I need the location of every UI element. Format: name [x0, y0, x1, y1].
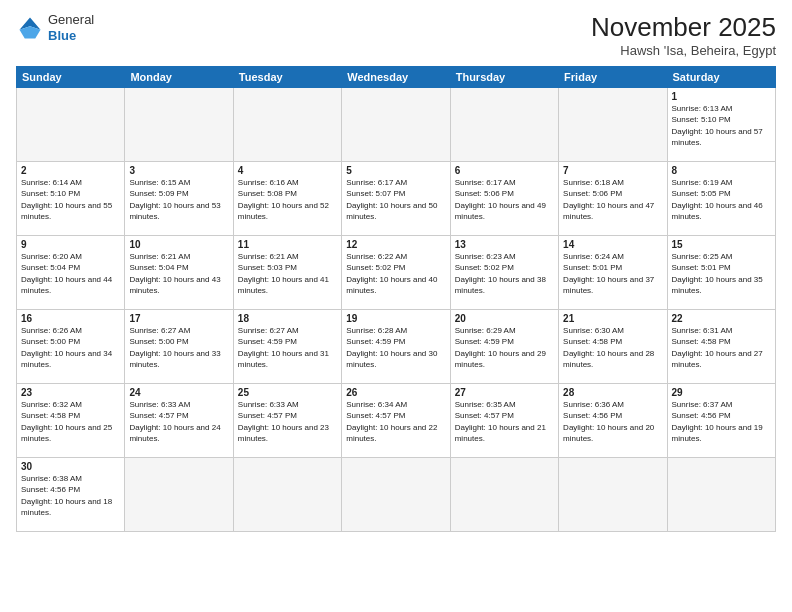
day-info: Sunrise: 6:38 AMSunset: 4:56 PMDaylight:…: [21, 473, 120, 518]
calendar-week-2: 2Sunrise: 6:14 AMSunset: 5:10 PMDaylight…: [17, 162, 776, 236]
day-header-saturday: Saturday: [667, 67, 775, 88]
calendar-week-5: 23Sunrise: 6:32 AMSunset: 4:58 PMDayligh…: [17, 384, 776, 458]
calendar-header-row: SundayMondayTuesdayWednesdayThursdayFrid…: [17, 67, 776, 88]
day-info: Sunrise: 6:23 AMSunset: 5:02 PMDaylight:…: [455, 251, 554, 296]
day-info: Sunrise: 6:25 AMSunset: 5:01 PMDaylight:…: [672, 251, 771, 296]
day-number: 16: [21, 313, 120, 324]
day-number: 1: [672, 91, 771, 102]
day-number: 11: [238, 239, 337, 250]
day-number: 8: [672, 165, 771, 176]
calendar-cell: [667, 458, 775, 532]
calendar-cell: [342, 458, 450, 532]
calendar-cell: 1Sunrise: 6:13 AMSunset: 5:10 PMDaylight…: [667, 88, 775, 162]
day-info: Sunrise: 6:17 AMSunset: 5:07 PMDaylight:…: [346, 177, 445, 222]
day-number: 20: [455, 313, 554, 324]
day-header-monday: Monday: [125, 67, 233, 88]
calendar-cell: 30Sunrise: 6:38 AMSunset: 4:56 PMDayligh…: [17, 458, 125, 532]
day-number: 22: [672, 313, 771, 324]
calendar-cell: 13Sunrise: 6:23 AMSunset: 5:02 PMDayligh…: [450, 236, 558, 310]
day-info: Sunrise: 6:35 AMSunset: 4:57 PMDaylight:…: [455, 399, 554, 444]
calendar-cell: 17Sunrise: 6:27 AMSunset: 5:00 PMDayligh…: [125, 310, 233, 384]
day-number: 2: [21, 165, 120, 176]
location: Hawsh 'Isa, Beheira, Egypt: [591, 43, 776, 58]
day-header-friday: Friday: [559, 67, 667, 88]
logo-text: General Blue: [48, 12, 94, 43]
calendar-cell: 5Sunrise: 6:17 AMSunset: 5:07 PMDaylight…: [342, 162, 450, 236]
calendar-cell: [125, 88, 233, 162]
calendar-cell: 25Sunrise: 6:33 AMSunset: 4:57 PMDayligh…: [233, 384, 341, 458]
day-info: Sunrise: 6:28 AMSunset: 4:59 PMDaylight:…: [346, 325, 445, 370]
day-info: Sunrise: 6:26 AMSunset: 5:00 PMDaylight:…: [21, 325, 120, 370]
day-header-wednesday: Wednesday: [342, 67, 450, 88]
calendar-cell: 3Sunrise: 6:15 AMSunset: 5:09 PMDaylight…: [125, 162, 233, 236]
calendar-week-1: 1Sunrise: 6:13 AMSunset: 5:10 PMDaylight…: [17, 88, 776, 162]
calendar-cell: 9Sunrise: 6:20 AMSunset: 5:04 PMDaylight…: [17, 236, 125, 310]
calendar-cell: [450, 458, 558, 532]
calendar-cell: 22Sunrise: 6:31 AMSunset: 4:58 PMDayligh…: [667, 310, 775, 384]
calendar-cell: 6Sunrise: 6:17 AMSunset: 5:06 PMDaylight…: [450, 162, 558, 236]
day-info: Sunrise: 6:27 AMSunset: 5:00 PMDaylight:…: [129, 325, 228, 370]
calendar-week-3: 9Sunrise: 6:20 AMSunset: 5:04 PMDaylight…: [17, 236, 776, 310]
calendar-cell: 26Sunrise: 6:34 AMSunset: 4:57 PMDayligh…: [342, 384, 450, 458]
title-block: November 2025 Hawsh 'Isa, Beheira, Egypt: [591, 12, 776, 58]
calendar-cell: 11Sunrise: 6:21 AMSunset: 5:03 PMDayligh…: [233, 236, 341, 310]
calendar-cell: 23Sunrise: 6:32 AMSunset: 4:58 PMDayligh…: [17, 384, 125, 458]
calendar-cell: 12Sunrise: 6:22 AMSunset: 5:02 PMDayligh…: [342, 236, 450, 310]
calendar-cell: 7Sunrise: 6:18 AMSunset: 5:06 PMDaylight…: [559, 162, 667, 236]
day-number: 5: [346, 165, 445, 176]
day-number: 14: [563, 239, 662, 250]
calendar-cell: [559, 88, 667, 162]
day-info: Sunrise: 6:33 AMSunset: 4:57 PMDaylight:…: [129, 399, 228, 444]
calendar-cell: 4Sunrise: 6:16 AMSunset: 5:08 PMDaylight…: [233, 162, 341, 236]
day-number: 17: [129, 313, 228, 324]
calendar-cell: [342, 88, 450, 162]
day-number: 28: [563, 387, 662, 398]
calendar-cell: 15Sunrise: 6:25 AMSunset: 5:01 PMDayligh…: [667, 236, 775, 310]
calendar-cell: 18Sunrise: 6:27 AMSunset: 4:59 PMDayligh…: [233, 310, 341, 384]
day-number: 6: [455, 165, 554, 176]
day-number: 13: [455, 239, 554, 250]
calendar-cell: 10Sunrise: 6:21 AMSunset: 5:04 PMDayligh…: [125, 236, 233, 310]
day-info: Sunrise: 6:13 AMSunset: 5:10 PMDaylight:…: [672, 103, 771, 148]
calendar-cell: 24Sunrise: 6:33 AMSunset: 4:57 PMDayligh…: [125, 384, 233, 458]
calendar-cell: [233, 88, 341, 162]
calendar-cell: [559, 458, 667, 532]
day-info: Sunrise: 6:27 AMSunset: 4:59 PMDaylight:…: [238, 325, 337, 370]
day-info: Sunrise: 6:19 AMSunset: 5:05 PMDaylight:…: [672, 177, 771, 222]
day-info: Sunrise: 6:34 AMSunset: 4:57 PMDaylight:…: [346, 399, 445, 444]
day-number: 10: [129, 239, 228, 250]
day-info: Sunrise: 6:21 AMSunset: 5:04 PMDaylight:…: [129, 251, 228, 296]
day-info: Sunrise: 6:15 AMSunset: 5:09 PMDaylight:…: [129, 177, 228, 222]
day-number: 27: [455, 387, 554, 398]
calendar-week-6: 30Sunrise: 6:38 AMSunset: 4:56 PMDayligh…: [17, 458, 776, 532]
calendar-cell: 29Sunrise: 6:37 AMSunset: 4:56 PMDayligh…: [667, 384, 775, 458]
calendar-cell: [125, 458, 233, 532]
day-info: Sunrise: 6:16 AMSunset: 5:08 PMDaylight:…: [238, 177, 337, 222]
calendar-page: General Blue November 2025 Hawsh 'Isa, B…: [0, 0, 792, 612]
day-number: 12: [346, 239, 445, 250]
day-number: 15: [672, 239, 771, 250]
calendar-cell: [450, 88, 558, 162]
calendar-cell: 21Sunrise: 6:30 AMSunset: 4:58 PMDayligh…: [559, 310, 667, 384]
day-number: 9: [21, 239, 120, 250]
day-info: Sunrise: 6:32 AMSunset: 4:58 PMDaylight:…: [21, 399, 120, 444]
day-info: Sunrise: 6:22 AMSunset: 5:02 PMDaylight:…: [346, 251, 445, 296]
day-info: Sunrise: 6:36 AMSunset: 4:56 PMDaylight:…: [563, 399, 662, 444]
day-number: 24: [129, 387, 228, 398]
calendar-cell: 16Sunrise: 6:26 AMSunset: 5:00 PMDayligh…: [17, 310, 125, 384]
day-info: Sunrise: 6:31 AMSunset: 4:58 PMDaylight:…: [672, 325, 771, 370]
day-info: Sunrise: 6:29 AMSunset: 4:59 PMDaylight:…: [455, 325, 554, 370]
calendar-cell: 2Sunrise: 6:14 AMSunset: 5:10 PMDaylight…: [17, 162, 125, 236]
day-number: 26: [346, 387, 445, 398]
calendar-table: SundayMondayTuesdayWednesdayThursdayFrid…: [16, 66, 776, 532]
calendar-cell: [233, 458, 341, 532]
day-number: 19: [346, 313, 445, 324]
calendar-cell: 28Sunrise: 6:36 AMSunset: 4:56 PMDayligh…: [559, 384, 667, 458]
day-number: 25: [238, 387, 337, 398]
day-number: 18: [238, 313, 337, 324]
day-info: Sunrise: 6:20 AMSunset: 5:04 PMDaylight:…: [21, 251, 120, 296]
calendar-week-4: 16Sunrise: 6:26 AMSunset: 5:00 PMDayligh…: [17, 310, 776, 384]
calendar-cell: 8Sunrise: 6:19 AMSunset: 5:05 PMDaylight…: [667, 162, 775, 236]
day-number: 7: [563, 165, 662, 176]
day-number: 29: [672, 387, 771, 398]
